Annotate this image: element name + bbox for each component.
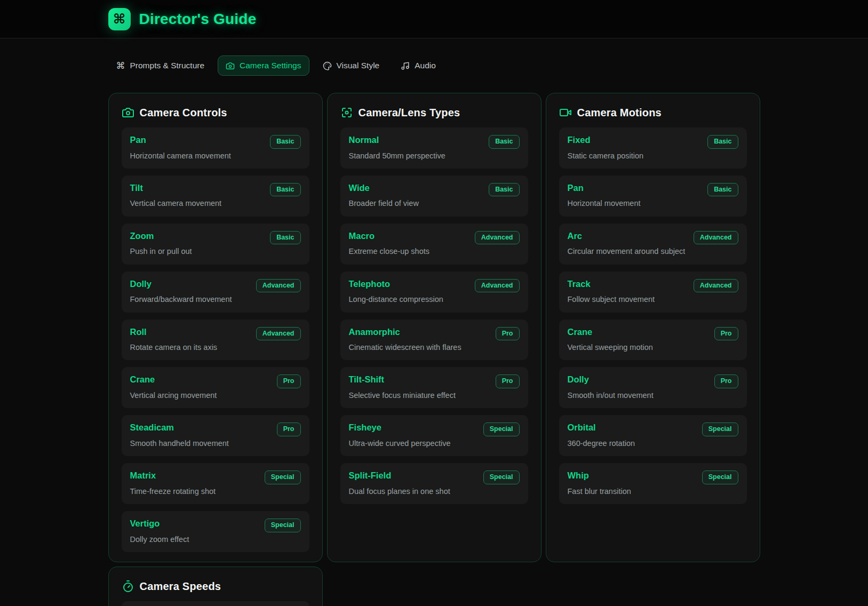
item-name: Fixed — [568, 134, 591, 146]
tier-badge: Basic — [707, 135, 738, 149]
item-row-top: Macro Advanced — [349, 230, 520, 245]
item-name: Anamorphic — [349, 326, 400, 338]
item-row-zoom[interactable]: Zoom Basic Push in or pull out — [122, 224, 309, 265]
item-name: Matrix — [130, 470, 156, 481]
command-logo-icon: ⌘ — [113, 12, 125, 26]
item-row-top: Fisheye Special — [349, 422, 520, 436]
item-description: Vertical camera movement — [130, 199, 301, 208]
panel-title: Camera Speeds — [140, 580, 221, 593]
item-name: Pan — [568, 182, 584, 194]
item-name: Roll — [130, 326, 147, 338]
item-row-crane[interactable]: Crane Pro Vertical arcing movement — [122, 367, 309, 408]
item-row-pan[interactable]: Pan Basic Horizontal camera movement — [122, 127, 309, 169]
item-row-vertigo[interactable]: Vertigo Special Dolly zoom effect — [122, 511, 309, 552]
item-row-dolly[interactable]: Dolly Advanced Forward/backward movement — [122, 272, 309, 313]
item-description: Dual focus planes in one shot — [349, 487, 520, 496]
tier-badge: Advanced — [256, 279, 301, 293]
item-row-wide[interactable]: Wide Basic Broader field of view — [340, 176, 528, 217]
header-inner: ⌘ Director's Guide — [108, 0, 760, 38]
panel-camera-controls: Camera Controls Pan Basic Horizontal cam… — [108, 93, 323, 562]
item-description: Long-distance compression — [349, 295, 520, 304]
item-name: Track — [568, 278, 591, 290]
panel-title: Camera Motions — [577, 107, 662, 119]
tab-visual-style[interactable]: Visual Style — [315, 55, 388, 76]
item-list: Normal Basic Standard 50mm perspective W… — [340, 127, 528, 504]
palette-icon — [323, 61, 332, 70]
item-row-orbital[interactable]: Orbital Special 360-degree rotation — [559, 415, 747, 456]
tier-badge: Special — [483, 471, 520, 484]
item-row-split-field[interactable]: Split-Field Special Dual focus planes in… — [340, 463, 528, 504]
item-row-anamorphic[interactable]: Anamorphic Pro Cinematic widescreen with… — [340, 320, 528, 361]
item-row-fixed[interactable]: Fixed Basic Static camera position — [559, 127, 747, 169]
item-row-top: Normal Basic — [349, 134, 520, 149]
tab-label: Visual Style — [337, 61, 380, 70]
item-row-steadicam[interactable]: Steadicam Pro Smooth handheld movement — [122, 415, 309, 456]
item-row-top: Dolly Advanced — [130, 278, 301, 293]
item-row-top: Tilt Basic — [130, 182, 301, 197]
item-row-fisheye[interactable]: Fisheye Special Ultra-wide curved perspe… — [340, 415, 528, 456]
tab-bar: ⌘ Prompts & Structure Camera Settings Vi… — [108, 38, 760, 76]
tab-audio[interactable]: Audio — [393, 55, 444, 76]
tier-badge: Pro — [714, 327, 738, 341]
item-row-crane[interactable]: Crane Pro Vertical sweeping motion — [559, 320, 747, 361]
tier-badge: Pro — [277, 374, 301, 388]
item-row-whip[interactable]: Whip Special Fast blur transition — [559, 463, 747, 504]
item-row-telephoto[interactable]: Telephoto Advanced Long-distance compres… — [340, 272, 528, 313]
tab-prompts-structure[interactable]: ⌘ Prompts & Structure — [108, 55, 213, 76]
item-name: Fisheye — [349, 422, 381, 433]
tab-label: Audio — [415, 61, 436, 70]
item-description: Smooth in/out movement — [568, 391, 738, 400]
item-row-roll[interactable]: Roll Advanced Rotate camera on its axis — [122, 320, 309, 361]
item-description: Standard 50mm perspective — [349, 152, 520, 161]
command-icon: ⌘ — [116, 61, 125, 70]
item-row-top: Whip Special — [568, 470, 738, 484]
item-row-matrix[interactable]: Matrix Special Time-freeze rotating shot — [122, 463, 309, 504]
item-row-tilt[interactable]: Tilt Basic Vertical camera movement — [122, 176, 309, 217]
item-name: Macro — [349, 230, 375, 242]
item-description: Circular movement around subject — [568, 247, 738, 256]
item-row-dolly[interactable]: Dolly Pro Smooth in/out movement — [559, 367, 747, 408]
item-row-top: Zoom Basic — [130, 230, 301, 245]
panel-header: Camera/Lens Types — [340, 106, 528, 119]
item-name: Wide — [349, 182, 370, 194]
panel-camera-speeds: Camera Speeds — [108, 567, 323, 606]
tier-badge: Basic — [707, 183, 738, 197]
item-description: Follow subject movement — [568, 295, 738, 304]
video-camera-icon — [559, 106, 572, 119]
item-row-tilt-shift[interactable]: Tilt-Shift Pro Selective focus miniature… — [340, 367, 528, 408]
item-row-normal[interactable]: Normal Basic Standard 50mm perspective — [340, 127, 528, 169]
tab-camera-settings[interactable]: Camera Settings — [218, 55, 309, 76]
item-name: Orbital — [568, 422, 596, 433]
item-row-top: Orbital Special — [568, 422, 738, 436]
item-name: Whip — [568, 470, 589, 481]
tier-badge: Pro — [277, 422, 301, 436]
item-row-top: Arc Advanced — [568, 230, 738, 245]
item-name: Vertigo — [130, 518, 160, 529]
item-description: Forward/backward movement — [130, 295, 301, 304]
tier-badge: Special — [483, 422, 520, 436]
item-row-arc[interactable]: Arc Advanced Circular movement around su… — [559, 224, 747, 265]
tier-badge: Special — [265, 471, 301, 484]
tier-badge: Special — [702, 422, 738, 436]
item-row-top: Anamorphic Pro — [349, 326, 520, 341]
music-note-icon — [401, 61, 410, 70]
item-row-pan[interactable]: Pan Basic Horizontal movement — [559, 176, 747, 217]
item-row-macro[interactable]: Macro Advanced Extreme close-up shots — [340, 224, 528, 265]
item-row-top: Pan Basic — [568, 182, 738, 197]
item-description: Horizontal movement — [568, 199, 738, 208]
item-name: Dolly — [568, 374, 589, 385]
item-description: 360-degree rotation — [568, 439, 738, 448]
item-name: Dolly — [130, 278, 152, 290]
tier-badge: Special — [702, 471, 738, 484]
item-description: Vertical sweeping motion — [568, 343, 738, 352]
item-description: Rotate camera on its axis — [130, 343, 301, 352]
item-row[interactable] — [122, 601, 309, 606]
item-name: Tilt-Shift — [349, 374, 385, 385]
item-row-top: Vertigo Special — [130, 518, 301, 532]
item-description: Push in or pull out — [130, 247, 301, 256]
viewfinder-icon — [340, 106, 353, 119]
tab-label: Prompts & Structure — [130, 61, 205, 70]
item-description: Cinematic widescreen with flares — [349, 343, 520, 352]
item-row-track[interactable]: Track Advanced Follow subject movement — [559, 272, 747, 313]
item-list: Fixed Basic Static camera position Pan B… — [559, 127, 747, 504]
